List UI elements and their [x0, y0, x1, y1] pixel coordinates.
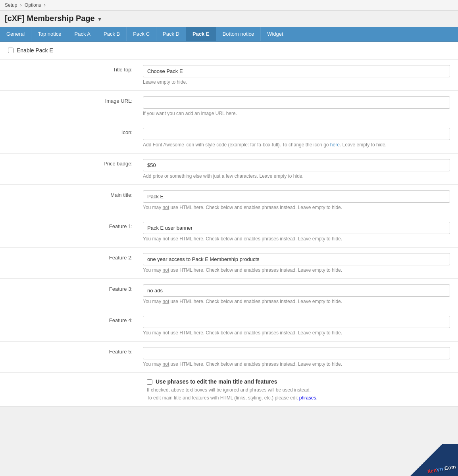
field-input-image-url[interactable] [143, 96, 450, 109]
field-label-icon: Icon: [8, 129, 139, 135]
field-hint-icon: Add Font Awesome icon with style code (e… [143, 142, 450, 148]
tab-pack-e[interactable]: Pack E [186, 27, 216, 41]
breadcrumb-options[interactable]: Options [25, 2, 41, 8]
tab-bar: GeneralTop noticePack APack BPack CPack … [0, 27, 458, 42]
field-input-price-badge[interactable] [143, 159, 450, 171]
field-label-feature-5: Feature 5: [8, 349, 139, 355]
field-label-main-title: Main title: [8, 192, 139, 198]
field-hint-feature-3: You may not use HTML here. Check below a… [143, 299, 450, 304]
breadcrumb: Setup › Options › [0, 0, 458, 11]
field-hint-image-url: If you want you can add an image URL her… [143, 111, 450, 116]
tab-pack-c[interactable]: Pack C [127, 27, 156, 41]
field-hint-feature-2: You may not use HTML here. Check below a… [143, 267, 450, 273]
enable-label[interactable]: Enable Pack E [17, 47, 53, 54]
field-section-feature-4: Feature 4:You may not use HTML here. Che… [0, 310, 458, 342]
phrases-section: Use phrases to edit the main title and f… [0, 373, 458, 407]
field-input-feature-2[interactable] [143, 253, 450, 265]
title-dropdown-arrow[interactable]: ▼ [97, 16, 102, 22]
phrases-checkbox[interactable] [147, 379, 152, 385]
field-hint-feature-1: You may not use HTML here. Check below a… [143, 236, 450, 242]
field-label-title-top: Title top: [8, 67, 139, 73]
field-label-image-url: Image URL: [8, 98, 139, 104]
field-hint-title-top: Leave empty to hide. [143, 79, 450, 85]
field-label-feature-2: Feature 2: [8, 255, 139, 261]
enable-row: Enable Pack E [0, 42, 458, 60]
page-title: [cXF] Membership Page ▼ [0, 11, 458, 27]
field-hint-price-badge: Add price or something else with just a … [143, 173, 450, 179]
tab-pack-a[interactable]: Pack A [68, 27, 97, 41]
field-input-icon[interactable] [143, 128, 450, 140]
field-input-feature-4[interactable] [143, 316, 450, 328]
tab-pack-d[interactable]: Pack D [156, 27, 186, 41]
phrases-hint1: If checked, above text boxes will be ign… [147, 387, 450, 393]
enable-checkbox[interactable] [8, 48, 13, 53]
tab-bottom-notice[interactable]: Bottom notice [216, 27, 261, 41]
field-section-feature-3: Feature 3:You may not use HTML here. Che… [0, 279, 458, 310]
field-section-feature-1: Feature 1:You may not use HTML here. Che… [0, 216, 458, 248]
field-section-image-url: Image URL:If you want you can add an ima… [0, 91, 458, 122]
field-section-feature-2: Feature 2:You may not use HTML here. Che… [0, 248, 458, 279]
field-section-main-title: Main title:You may not use HTML here. Ch… [0, 185, 458, 216]
field-input-feature-5[interactable] [143, 347, 450, 359]
phrases-hint2: To edit main title and features with HTM… [147, 395, 450, 401]
tab-pack-b[interactable]: Pack B [97, 27, 127, 41]
field-label-feature-3: Feature 3: [8, 286, 139, 292]
hint-link-icon[interactable]: here [330, 142, 340, 148]
breadcrumb-setup[interactable]: Setup [5, 2, 17, 8]
tab-general[interactable]: General [0, 27, 31, 41]
field-hint-feature-5: You may not use HTML here. Check below a… [143, 361, 450, 367]
field-hint-main-title: You may not use HTML here. Check below a… [143, 205, 450, 210]
field-input-title-top[interactable] [143, 65, 450, 77]
phrases-label[interactable]: Use phrases to edit the main title and f… [156, 378, 277, 385]
field-hint-feature-4: You may not use HTML here. Check below a… [143, 330, 450, 336]
field-label-feature-4: Feature 4: [8, 317, 139, 323]
field-section-title-top: Title top:Leave empty to hide. [0, 60, 458, 91]
field-input-feature-3[interactable] [143, 284, 450, 297]
field-section-feature-5: Feature 5:You may not use HTML here. Che… [0, 342, 458, 373]
field-input-main-title[interactable] [143, 190, 450, 203]
field-label-price-badge: Price badge: [8, 161, 139, 167]
field-label-feature-1: Feature 1: [8, 223, 139, 229]
field-input-feature-1[interactable] [143, 222, 450, 234]
content-area: Enable Pack E Title top:Leave empty to h… [0, 42, 458, 407]
tab-widget[interactable]: Widget [261, 27, 290, 41]
field-section-price-badge: Price badge:Add price or something else … [0, 154, 458, 185]
tab-top-notice[interactable]: Top notice [31, 27, 68, 41]
field-section-icon: Icon:Add Font Awesome icon with style co… [0, 122, 458, 154]
phrases-link[interactable]: phrases [299, 395, 316, 401]
